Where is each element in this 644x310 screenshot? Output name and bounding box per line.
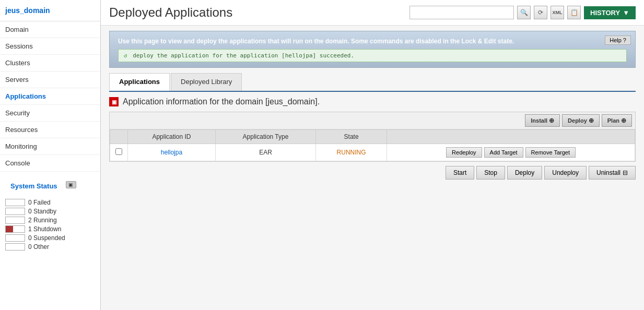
stop-button[interactable]: Stop — [476, 166, 505, 180]
help-button[interactable]: Help ? — [605, 35, 631, 45]
status-row-failed: 0 Failed — [5, 199, 95, 206]
tabs-container: ApplicationsDeployed Library — [109, 73, 636, 92]
sidebar-item-resources[interactable]: Resources — [0, 122, 100, 138]
deploy-toolbar-button[interactable]: Deploy ⊕ — [562, 114, 600, 127]
success-message: ↺ deploy the application for the applica… — [118, 49, 627, 62]
app-actions-cell: RedeployAdd TargetRemove Target — [387, 144, 635, 161]
status-label-failed: 0 Failed — [28, 199, 51, 206]
sidebar: jeus_domain DomainSessionsClustersServer… — [0, 0, 101, 310]
install-toolbar-button[interactable]: Install ⊕ — [525, 114, 560, 127]
action-add-target-button[interactable]: Add Target — [484, 147, 523, 158]
xml-button[interactable]: XML — [551, 6, 564, 19]
success-text: deploy the application for the applicati… — [133, 52, 354, 59]
applications-table: Application IDApplication TypeState hell… — [110, 129, 635, 161]
tab-applications[interactable]: Applications — [109, 73, 170, 91]
content-area: ▣ Application information for the domain… — [109, 97, 636, 184]
status-row-other: 0 Other — [5, 243, 95, 251]
sidebar-item-applications[interactable]: Applications — [0, 88, 100, 105]
undeploy-button[interactable]: Undeploy — [544, 166, 587, 180]
status-bar-standby — [5, 208, 25, 215]
app-state-cell: RUNNING — [316, 144, 387, 161]
status-row-shutdown: 1 Shutdown — [5, 225, 95, 233]
row-checkbox-input[interactable] — [115, 148, 122, 155]
status-label-shutdown: 1 Shutdown — [28, 225, 61, 233]
row-checkbox[interactable] — [110, 144, 128, 161]
table-toolbar: Install ⊕Deploy ⊕Plan ⊕ — [110, 112, 635, 129]
section-title-row: ▣ Application information for the domain… — [109, 97, 636, 106]
status-bar-other — [5, 243, 25, 251]
refresh-button[interactable]: ⟳ — [534, 6, 547, 19]
main-content: Deployed Applications 🔍 ⟳ XML 📋 HISTORY … — [101, 0, 644, 310]
table-row: hellojpaEARRUNNINGRedeployAdd TargetRemo… — [110, 144, 635, 161]
start-button[interactable]: Start — [446, 166, 474, 180]
tab-deployed-library[interactable]: Deployed Library — [171, 73, 242, 91]
sidebar-item-clusters[interactable]: Clusters — [0, 55, 100, 71]
page-header: Deployed Applications 🔍 ⟳ XML 📋 HISTORY … — [101, 0, 644, 26]
section-title: Application information for the domain [… — [123, 97, 320, 106]
status-bar-suspended — [5, 234, 25, 242]
history-button[interactable]: HISTORY ▼ — [584, 6, 636, 19]
sidebar-item-monitoring[interactable]: Monitoring — [0, 138, 100, 155]
success-icon: ↺ — [124, 52, 127, 59]
sidebar-item-sessions[interactable]: Sessions — [0, 38, 100, 55]
sidebar-item-servers[interactable]: Servers — [0, 71, 100, 88]
status-label-suspended: 0 Suspended — [28, 234, 65, 242]
status-bar-failed — [5, 199, 25, 206]
system-status-header: System Status ▣ — [0, 172, 100, 195]
bottom-toolbar: StartStopDeployUndeployUninstall ⊟ — [109, 162, 636, 184]
status-bar-shutdown — [5, 225, 25, 233]
app-type-cell: EAR — [215, 144, 315, 161]
status-label-running: 2 Running — [28, 217, 57, 224]
column-header-2: Application Type — [215, 130, 315, 144]
status-label-standby: 0 Standby — [28, 208, 56, 215]
help-label: Help — [610, 37, 622, 43]
status-bar-running — [5, 217, 25, 224]
app-name-link[interactable]: hellojpa — [161, 149, 182, 156]
status-row-running: 2 Running — [5, 217, 95, 224]
column-header-0 — [110, 130, 128, 144]
action-redeploy-button[interactable]: Redeploy — [446, 147, 482, 158]
sidebar-item-security[interactable]: Security — [0, 105, 100, 122]
applications-table-container: Install ⊕Deploy ⊕Plan ⊕ Application IDAp… — [109, 112, 636, 162]
status-label-other: 0 Other — [28, 243, 49, 251]
info-text: Use this page to view and deploy the app… — [118, 37, 627, 46]
column-header-1: Application ID — [128, 130, 216, 144]
search-button[interactable]: 🔍 — [517, 6, 531, 19]
uninstall-button[interactable]: Uninstall ⊟ — [589, 166, 636, 180]
history-label: HISTORY — [590, 9, 620, 17]
system-status-toggle[interactable]: ▣ — [66, 181, 76, 188]
sidebar-domain-title[interactable]: jeus_domain — [0, 0, 100, 21]
history-chevron: ▼ — [623, 9, 629, 17]
uninstall-icon: ⊟ — [623, 169, 628, 176]
sidebar-item-console[interactable]: Console — [0, 155, 100, 172]
page-title: Deployed Applications — [109, 5, 232, 20]
deploy-button[interactable]: Deploy — [507, 166, 542, 180]
status-row-standby: 0 Standby — [5, 208, 95, 215]
info-banner: Use this page to view and deploy the app… — [109, 31, 636, 68]
column-header-3: State — [316, 130, 387, 144]
system-status-title: System Status — [5, 177, 63, 193]
action-remove-target-button[interactable]: Remove Target — [525, 147, 576, 158]
column-header-4 — [387, 130, 635, 144]
status-row-suspended: 0 Suspended — [5, 234, 95, 242]
section-icon: ▣ — [109, 97, 119, 106]
system-status-section: 0 Failed0 Standby2 Running1 Shutdown0 Su… — [0, 195, 100, 255]
plan-toolbar-button[interactable]: Plan ⊕ — [602, 114, 632, 127]
header-right: 🔍 ⟳ XML 📋 HISTORY ▼ — [409, 6, 636, 19]
app-name-cell: hellojpa — [128, 144, 216, 161]
search-input[interactable] — [409, 6, 514, 19]
sidebar-item-domain[interactable]: Domain — [0, 21, 100, 38]
export-button[interactable]: 📋 — [567, 6, 581, 19]
